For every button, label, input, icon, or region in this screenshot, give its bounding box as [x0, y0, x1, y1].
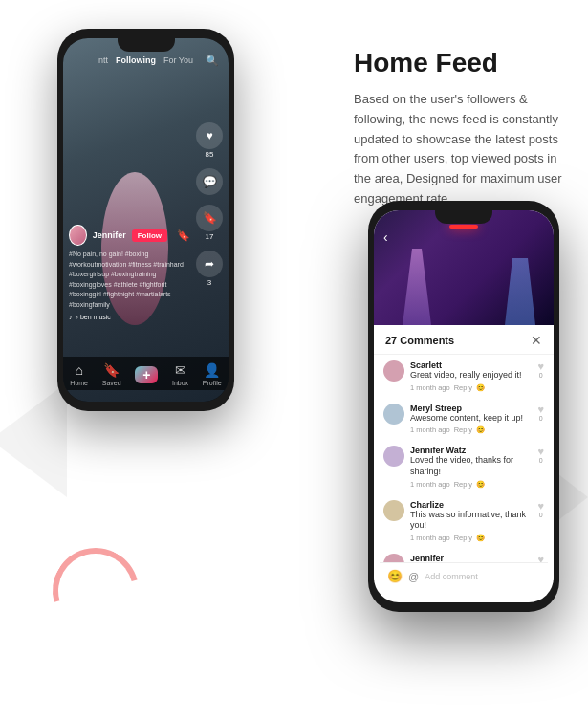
nav-inbox-item[interactable]: ✉ Inbox: [172, 362, 188, 386]
comment-meta: 1 month ago Reply 😊: [410, 534, 532, 542]
profile-label: Profile: [203, 380, 222, 386]
comment-time: 1 month ago: [410, 534, 450, 542]
nav-ntt-label: ntt: [98, 55, 108, 65]
nav-following-tab[interactable]: Following: [116, 55, 156, 65]
avatar[interactable]: [69, 225, 87, 246]
nav-saved-item[interactable]: 🔖 Saved: [102, 362, 121, 386]
comment-like-action[interactable]: ♥ 0: [537, 404, 544, 422]
share-action[interactable]: ➦ 3: [196, 251, 223, 287]
bookmark-icon: 🔖: [196, 205, 223, 231]
emoji-reaction[interactable]: 😊: [476, 383, 485, 392]
bookmark-count: 17: [206, 232, 214, 241]
commenter-name: Meryl Streep: [410, 404, 532, 413]
comments-section: 27 Comments ✕ Scarlett Great video, real…: [374, 325, 554, 580]
comment-item-jennifer-watz: Jennifer Watz Loved the video, thanks fo…: [374, 440, 554, 493]
emoji-reaction[interactable]: 😊: [476, 425, 485, 434]
comments-header: 27 Comments ✕: [374, 325, 554, 355]
phone1-top-nav: ntt Following For You 🔍: [63, 55, 229, 65]
user-row: Jennifer Follow 🔖: [69, 225, 190, 246]
share-count: 3: [207, 278, 211, 287]
comment-text: This was so informative, thank you!: [410, 510, 532, 532]
nav-add-item[interactable]: +: [135, 366, 158, 383]
comment-like-action[interactable]: ♥ 0: [537, 446, 544, 464]
comment-like-action[interactable]: ♥ 0: [537, 360, 544, 379]
feature-description: Based on the user's followers & followin…: [354, 90, 569, 209]
profile-icon: 👤: [204, 362, 220, 378]
comment-time: 1 month ago: [410, 425, 450, 434]
music-note-icon: ♪: [69, 314, 73, 320]
performer-left: [393, 249, 441, 325]
commenter-name: Scarlett: [410, 360, 532, 370]
decorative-circle: [37, 533, 155, 650]
phone2-device: ‹ 27 Comments ✕ Scarlett Great video, re…: [368, 201, 559, 612]
phone2-video-bg: ‹: [374, 210, 554, 325]
comment-time: 1 month ago: [410, 480, 450, 489]
phone1-action-icons: ♥ 85 💬 🔖 17 ➦ 3: [196, 122, 223, 287]
emoji-reaction[interactable]: 😊: [476, 480, 485, 489]
save-icon[interactable]: 🔖: [177, 229, 190, 242]
heart-icon: ♥: [537, 500, 544, 512]
phone1-notch: [118, 38, 175, 52]
heart-icon: ♥: [537, 446, 544, 457]
comment-time: 1 month ago: [410, 383, 450, 392]
phone1-user-info: Jennifer Follow 🔖 #No pain, no gain! #bo…: [69, 225, 190, 320]
saved-icon: 🔖: [103, 362, 120, 378]
comment-meta: 1 month ago Reply 😊: [410, 480, 532, 489]
inbox-icon: ✉: [175, 362, 186, 378]
feature-title: Home Feed: [354, 48, 569, 78]
commenter-name: Jennifer Watz: [410, 446, 532, 455]
comment-meta: 1 month ago Reply 😊: [410, 383, 532, 392]
at-mention-button[interactable]: @: [408, 571, 419, 582]
heart-icon: ♥: [196, 122, 223, 149]
comment-action[interactable]: 💬: [196, 168, 223, 195]
comment-text: Loved the video, thanks for sharing!: [410, 455, 532, 477]
post-tags: #No pain, no gain! #boxing #workoutmotiv…: [69, 250, 190, 310]
home-label: Home: [70, 380, 88, 386]
avatar: [383, 360, 404, 382]
heart-icon: ♥: [537, 404, 544, 415]
username-label[interactable]: Jennifer: [93, 230, 126, 240]
comments-count-label: 27 Comments: [385, 335, 454, 346]
comment-input[interactable]: Add comment: [425, 572, 540, 581]
feature-description-panel: Home Feed Based on the user's followers …: [335, 29, 588, 229]
close-comments-button[interactable]: ✕: [531, 333, 542, 348]
comment-text: Great video, really enjoyed it!: [410, 370, 532, 382]
search-icon[interactable]: 🔍: [206, 55, 219, 67]
home-icon: ⌂: [75, 362, 82, 378]
emoji-picker-button[interactable]: 😊: [387, 569, 403, 583]
commenter-name: Charlize: [410, 500, 532, 510]
emoji-reaction[interactable]: 😊: [476, 534, 485, 542]
performer-right: [501, 258, 539, 325]
decorative-triangle-left: [0, 382, 67, 497]
add-post-button[interactable]: +: [135, 366, 158, 383]
chat-bubble-icon: 💬: [196, 168, 223, 195]
reply-button[interactable]: Reply: [454, 425, 472, 434]
like-action[interactable]: ♥ 85: [196, 122, 223, 159]
back-button[interactable]: ‹: [383, 229, 388, 245]
comment-body: Charlize This was so informative, thank …: [410, 500, 532, 542]
nav-foryou-tab[interactable]: For You: [163, 55, 193, 65]
comment-item-charlize: Charlize This was so informative, thank …: [374, 494, 554, 548]
reply-button[interactable]: Reply: [454, 383, 472, 392]
comment-text: Awesome content, keep it up!: [410, 413, 532, 425]
stage-light: [449, 225, 478, 229]
comment-meta: 1 month ago Reply 😊: [410, 425, 532, 434]
heart-icon: ♥: [537, 360, 544, 372]
avatar: [383, 500, 404, 521]
avatar: [383, 446, 404, 467]
reply-button[interactable]: Reply: [454, 480, 472, 489]
reply-button[interactable]: Reply: [454, 534, 472, 542]
comment-body: Scarlett Great video, really enjoyed it!…: [410, 360, 532, 392]
phone1-bottom-nav: ⌂ Home 🔖 Saved + ✉ Inbox 👤 Profile: [63, 357, 229, 390]
nav-profile-item[interactable]: 👤 Profile: [203, 362, 222, 386]
nav-home-item[interactable]: ⌂ Home: [70, 362, 88, 386]
follow-button[interactable]: Follow: [132, 229, 167, 242]
share-icon: ➦: [196, 251, 223, 277]
phone1-device: ntt Following For You 🔍 ♥ 85 💬 🔖 17 ➦ 3: [57, 29, 234, 411]
comment-like-action[interactable]: ♥ 0: [537, 500, 544, 518]
inbox-label: Inbox: [172, 380, 188, 386]
comment-item-meryl: Meryl Streep Awesome content, keep it up…: [374, 398, 554, 441]
comment-item-scarlett: Scarlett Great video, really enjoyed it!…: [374, 355, 554, 398]
bookmark-action[interactable]: 🔖 17: [196, 205, 223, 241]
comment-body: Meryl Streep Awesome content, keep it up…: [410, 404, 532, 435]
